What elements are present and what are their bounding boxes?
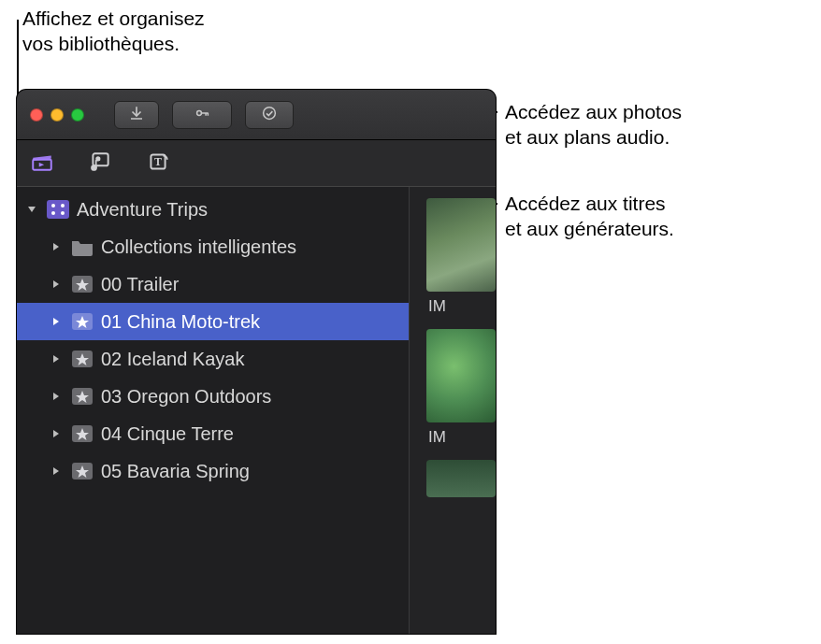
event-star-icon — [69, 422, 95, 445]
clip-thumbnail[interactable] — [426, 460, 496, 497]
svg-marker-20 — [53, 243, 59, 250]
key-icon — [194, 105, 210, 125]
svg-marker-8 — [39, 163, 44, 166]
svg-text:T: T — [154, 155, 162, 168]
sidebar-item[interactable]: 00 Trailer — [17, 265, 409, 303]
libraries-tab[interactable] — [26, 148, 58, 179]
svg-marker-36 — [53, 467, 59, 475]
sidebar-tabbar: T — [17, 140, 496, 187]
sidebar-item-label: 00 Trailer — [101, 274, 179, 295]
disclosure-triangle-right-icon[interactable] — [49, 314, 64, 329]
library-icon — [45, 198, 71, 221]
svg-point-18 — [51, 211, 55, 215]
clip-browser: IM IM — [410, 187, 496, 634]
disclosure-triangle-right-icon[interactable] — [49, 239, 64, 254]
download-arrow-icon — [128, 105, 145, 125]
zoom-window-button[interactable] — [71, 108, 84, 122]
sidebar-item-selected[interactable]: 01 China Moto-trek — [17, 303, 409, 340]
library-root-label: Adventure Trips — [77, 199, 208, 221]
svg-marker-33 — [53, 430, 59, 437]
svg-point-2 — [197, 110, 202, 115]
clip-label: IM — [428, 428, 496, 447]
disclosure-triangle-right-icon[interactable] — [49, 351, 64, 366]
callout-photos-audio: Accédez aux photos et aux plans audio. — [505, 99, 682, 150]
event-star-icon — [69, 310, 95, 333]
titlebar — [17, 90, 496, 140]
close-window-button[interactable] — [30, 108, 43, 122]
svg-marker-14 — [28, 207, 36, 212]
disclosure-triangle-right-icon[interactable] — [49, 277, 64, 292]
sidebar-item[interactable]: 05 Bavaria Spring — [17, 452, 409, 490]
folder-icon — [69, 236, 95, 258]
svg-marker-24 — [53, 318, 59, 325]
svg-point-17 — [61, 204, 65, 208]
background-tasks-button[interactable] — [245, 101, 294, 129]
titles-generators-tab[interactable]: T — [142, 148, 174, 179]
disclosure-triangle-right-icon[interactable] — [49, 389, 64, 404]
svg-point-16 — [51, 204, 55, 208]
library-sidebar: Adventure Trips Collections intelligente… — [17, 187, 410, 634]
disclosure-triangle-right-icon[interactable] — [49, 464, 64, 479]
disclosure-triangle-right-icon[interactable] — [49, 426, 64, 441]
clip-thumbnail[interactable] — [426, 329, 496, 422]
svg-point-6 — [264, 107, 276, 119]
window-controls — [30, 108, 84, 122]
disclosure-triangle-down-icon[interactable] — [24, 202, 39, 217]
app-window: T Adventure Trips — [17, 90, 496, 634]
sidebar-item[interactable]: Collections intelligentes — [17, 228, 409, 265]
svg-marker-21 — [53, 280, 59, 288]
sidebar-item[interactable]: 04 Cinque Terre — [17, 415, 409, 452]
sidebar-item-label: Collections intelligentes — [101, 236, 296, 258]
sidebar-item-label: 04 Cinque Terre — [101, 423, 234, 445]
callout-libraries: Affichez et organisez vos bibliothèques. — [22, 6, 205, 57]
clip-thumbnail[interactable] — [426, 198, 496, 292]
import-button[interactable] — [114, 101, 159, 129]
checkmark-circle-icon — [261, 105, 278, 125]
sidebar-item-label: 05 Bavaria Spring — [101, 461, 250, 482]
sidebar-item[interactable]: 03 Oregon Outdoors — [17, 378, 409, 415]
event-star-icon — [69, 460, 95, 482]
clip-label: IM — [428, 297, 496, 316]
library-root-row[interactable]: Adventure Trips — [17, 191, 409, 228]
photos-audio-tab[interactable] — [84, 148, 116, 179]
sidebar-item-label: 01 China Moto-trek — [101, 311, 260, 333]
svg-marker-27 — [53, 355, 59, 363]
callout-titles-generators: Accédez aux titres et aux générateurs. — [505, 191, 674, 242]
photos-music-icon — [87, 150, 113, 178]
svg-marker-30 — [53, 393, 59, 400]
sidebar-item[interactable]: 02 Iceland Kayak — [17, 340, 409, 378]
event-star-icon — [69, 385, 95, 408]
sidebar-item-label: 02 Iceland Kayak — [101, 349, 244, 370]
clapperboard-icon — [29, 150, 55, 178]
sidebar-item-label: 03 Oregon Outdoors — [101, 386, 271, 408]
svg-point-19 — [61, 211, 65, 215]
minimize-window-button[interactable] — [50, 108, 64, 122]
event-star-icon — [69, 348, 95, 370]
titles-icon: T — [145, 150, 171, 178]
keyword-editor-button[interactable] — [172, 101, 232, 129]
library-tree: Adventure Trips Collections intelligente… — [17, 187, 409, 490]
svg-rect-15 — [47, 200, 69, 219]
event-star-icon — [69, 273, 95, 295]
